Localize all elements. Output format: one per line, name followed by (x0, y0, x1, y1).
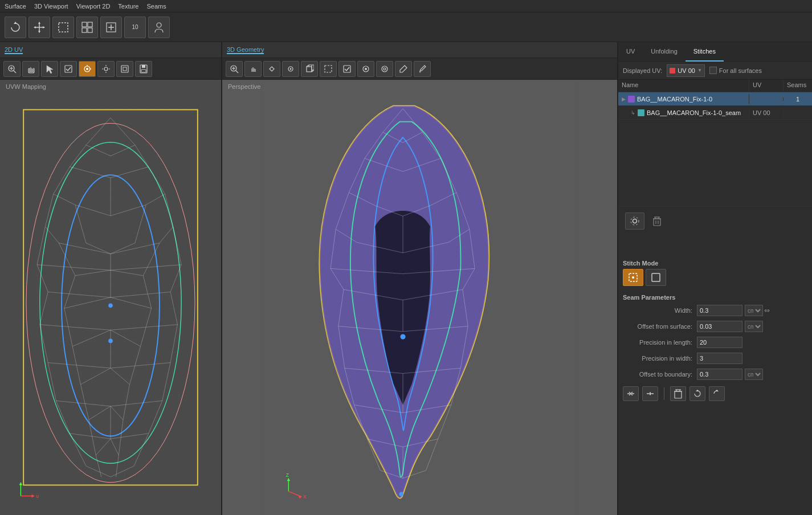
stitch-edge-btn[interactable] (646, 269, 666, 286)
tab-stitches[interactable]: Stitches (685, 42, 724, 62)
svg-point-145 (382, 66, 387, 72)
expand-arrow2-icon[interactable]: ↳ (631, 110, 635, 116)
bag-seam-icon (638, 109, 644, 116)
hand3d-btn[interactable] (244, 61, 262, 77)
svg-rect-34 (142, 65, 145, 68)
svg-rect-35 (141, 70, 146, 72)
select-rect-tool-btn[interactable] (52, 17, 74, 38)
uv3d-btn[interactable] (357, 61, 374, 77)
uv-dropdown-arrow: ▼ (697, 68, 702, 73)
uv-viewport[interactable]: UVW Mapping (0, 80, 221, 515)
precision-length-row: Precision in length: (623, 335, 807, 350)
svg-point-209 (631, 217, 639, 225)
offset-boundary-unit-select[interactable]: cm (745, 369, 763, 380)
uv-dropdown-value: UV 00 (678, 67, 695, 74)
select-plus-tool-btn[interactable] (100, 17, 122, 38)
merge-seams-btn[interactable] (642, 386, 658, 401)
svg-marker-0 (14, 22, 17, 24)
svg-rect-219 (652, 273, 660, 281)
brush3d-btn[interactable] (414, 61, 431, 77)
link-seams-btn[interactable] (623, 386, 639, 401)
width-input[interactable] (697, 305, 742, 316)
stitch-select-btn[interactable] (623, 269, 643, 286)
precision-width-input[interactable] (697, 353, 742, 364)
svg-text:X: X (303, 494, 307, 500)
tree-cell-seams-1: 1 (784, 94, 812, 104)
tab-uv[interactable]: UV (618, 42, 643, 62)
rotate-seam-btn[interactable] (689, 386, 705, 401)
expand-arrow-icon[interactable]: ▶ (622, 96, 626, 102)
svg-point-208 (633, 219, 637, 223)
grab3d-btn[interactable] (282, 61, 299, 77)
cursor-btn[interactable] (41, 61, 58, 77)
panel-3d-toolbar (222, 58, 617, 80)
width-reset-icon[interactable]: ⇔ (764, 306, 770, 314)
hand-btn[interactable] (22, 61, 39, 77)
rotate-tool-btn[interactable] (5, 17, 26, 38)
3d-viewport[interactable]: Perspective (222, 80, 617, 515)
counter-tool-btn[interactable]: 10 (124, 17, 146, 38)
for-all-surfaces-row[interactable]: For all surfaces (709, 67, 762, 74)
svg-rect-142 (344, 66, 350, 72)
offset-surface-input[interactable] (697, 321, 742, 332)
svg-rect-9 (88, 22, 92, 27)
settings-btn[interactable] (97, 61, 115, 77)
flip-seam-btn[interactable] (709, 386, 725, 401)
svg-point-144 (365, 68, 367, 70)
offset-boundary-input[interactable] (697, 369, 742, 380)
svg-rect-10 (82, 28, 87, 32)
side-panel: UV Unfolding Stitches Displayed UV: UV 0… (618, 42, 812, 515)
width-unit: cm ⇔ (745, 305, 770, 316)
frame-btn[interactable] (116, 61, 133, 77)
svg-point-200 (400, 334, 405, 339)
menu-seams[interactable]: Seams (146, 3, 166, 10)
menu-texture[interactable]: Texture (118, 3, 138, 10)
offset-surface-label: Offset from surface: (623, 323, 697, 330)
svg-rect-210 (654, 219, 660, 226)
move-tool-btn[interactable] (28, 17, 50, 38)
delete-btn[interactable] (649, 214, 665, 228)
zoom-btn[interactable] (3, 61, 21, 77)
delete-seam-btn[interactable] (670, 386, 686, 401)
select-grid-tool-btn[interactable] (76, 17, 98, 38)
main-toolbar: 10 (0, 13, 812, 42)
for-all-surfaces-label: For all surfaces (719, 67, 762, 74)
zoom3d-btn[interactable] (226, 61, 243, 77)
tree-cell-uv-1 (749, 97, 784, 101)
dot3d-btn[interactable] (376, 61, 393, 77)
save-btn[interactable] (135, 61, 152, 77)
for-all-surfaces-checkbox[interactable] (709, 67, 717, 74)
select3d-btn[interactable] (320, 61, 337, 77)
panel-2d-header: 2D UV (0, 42, 221, 58)
menu-surface[interactable]: Surface (5, 3, 26, 10)
offset-boundary-row: Offset to boundary: cm (623, 367, 807, 382)
check3d-btn[interactable] (338, 61, 356, 77)
precision-length-label: Precision in length: (623, 339, 697, 346)
bag-macaron-icon (628, 96, 635, 103)
tree-row-bag-seam[interactable]: ↳ BAG__MACARON_Fix-1-0_seam UV 00 (618, 106, 812, 120)
offset-surface-unit-select[interactable]: cm (745, 321, 763, 332)
svg-point-146 (383, 68, 386, 70)
precision-length-input[interactable] (697, 337, 742, 348)
svg-point-125 (108, 339, 113, 344)
svg-rect-137 (307, 67, 312, 72)
svg-text:u: u (36, 493, 39, 499)
svg-rect-7 (59, 23, 68, 32)
stitch-mode-buttons (623, 269, 807, 286)
svg-text:Z: Z (286, 473, 289, 478)
offset-surface-unit: cm (745, 321, 763, 332)
hand2-3d-btn[interactable] (263, 61, 280, 77)
menu-viewport-2d[interactable]: Viewport 2D (76, 3, 111, 10)
tab-unfolding[interactable]: Unfolding (643, 42, 685, 62)
uv-dropdown[interactable]: UV 00 ▼ (667, 64, 705, 77)
tree-row-bag-macaron[interactable]: ▶ BAG__MACARON_Fix-1-0 1 (618, 92, 812, 106)
uv-pin-btn[interactable] (79, 61, 96, 77)
svg-marker-20 (47, 66, 53, 73)
menu-3d-viewport[interactable]: 3D Viewport (34, 3, 68, 10)
gear-btn[interactable] (625, 212, 644, 230)
paint3d-btn[interactable] (395, 61, 412, 77)
cube3d-btn[interactable] (301, 61, 318, 77)
width-unit-select[interactable]: cm (745, 305, 763, 316)
check-select-btn[interactable] (60, 61, 77, 77)
person-tool-btn[interactable] (148, 17, 170, 38)
